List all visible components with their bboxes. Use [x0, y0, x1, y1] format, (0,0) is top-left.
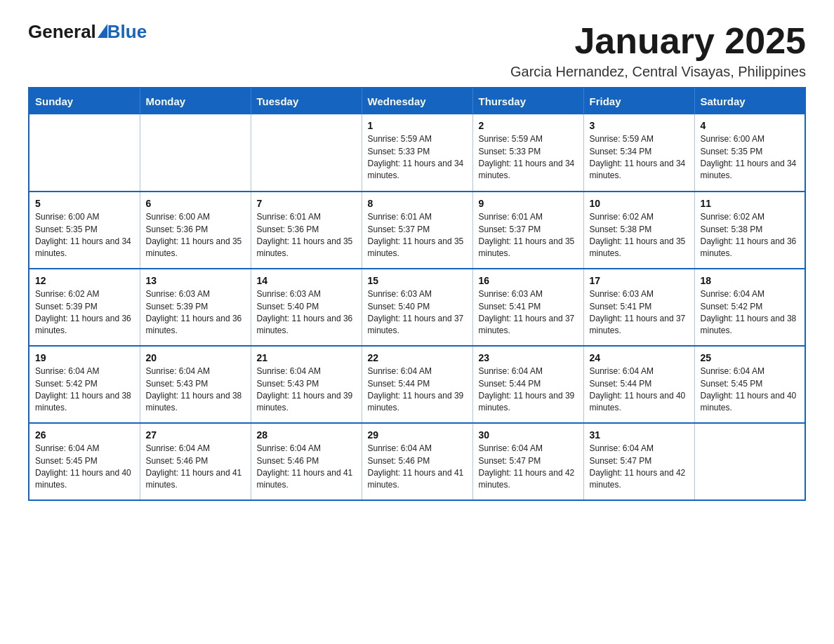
day-cell: 16Sunrise: 6:03 AMSunset: 5:41 PMDayligh…: [472, 269, 583, 346]
day-number: 4: [701, 120, 800, 131]
day-info: Sunrise: 6:03 AMSunset: 5:41 PMDaylight:…: [479, 288, 578, 337]
day-number: 25: [701, 352, 800, 363]
location-subtitle: Garcia Hernandez, Central Visayas, Phili…: [510, 64, 806, 80]
day-number: 3: [590, 120, 689, 131]
day-cell: 20Sunrise: 6:04 AMSunset: 5:43 PMDayligh…: [140, 346, 251, 423]
day-info: Sunrise: 6:04 AMSunset: 5:42 PMDaylight:…: [701, 288, 800, 337]
day-cell: 8Sunrise: 6:01 AMSunset: 5:37 PMDaylight…: [362, 192, 472, 269]
day-info: Sunrise: 5:59 AMSunset: 5:33 PMDaylight:…: [479, 133, 578, 182]
day-info: Sunrise: 6:03 AMSunset: 5:39 PMDaylight:…: [146, 288, 245, 337]
day-number: 23: [479, 352, 578, 363]
day-cell: [251, 114, 362, 192]
day-cell: 4Sunrise: 6:00 AMSunset: 5:35 PMDaylight…: [694, 114, 805, 192]
day-cell: [694, 423, 805, 500]
day-info: Sunrise: 6:04 AMSunset: 5:44 PMDaylight:…: [368, 365, 467, 415]
day-number: 17: [590, 275, 689, 286]
day-number: 14: [257, 275, 356, 286]
column-header-wednesday: Wednesday: [362, 88, 472, 114]
day-number: 5: [35, 198, 134, 209]
day-info: Sunrise: 6:04 AMSunset: 5:45 PMDaylight:…: [35, 443, 134, 492]
day-cell: 12Sunrise: 6:02 AMSunset: 5:39 PMDayligh…: [29, 269, 140, 346]
day-cell: 22Sunrise: 6:04 AMSunset: 5:44 PMDayligh…: [362, 346, 472, 423]
day-cell: 10Sunrise: 6:02 AMSunset: 5:38 PMDayligh…: [583, 192, 694, 269]
logo-general-text: General: [28, 21, 96, 43]
day-cell: 7Sunrise: 6:01 AMSunset: 5:36 PMDaylight…: [251, 192, 362, 269]
day-info: Sunrise: 6:01 AMSunset: 5:37 PMDaylight:…: [479, 211, 578, 260]
day-info: Sunrise: 6:02 AMSunset: 5:38 PMDaylight:…: [590, 211, 689, 260]
calendar-body: 1Sunrise: 5:59 AMSunset: 5:33 PMDaylight…: [29, 114, 805, 500]
day-cell: [140, 114, 251, 192]
day-cell: 27Sunrise: 6:04 AMSunset: 5:46 PMDayligh…: [140, 423, 251, 500]
day-cell: 13Sunrise: 6:03 AMSunset: 5:39 PMDayligh…: [140, 269, 251, 346]
day-number: 10: [590, 198, 689, 209]
day-number: 9: [479, 198, 578, 209]
day-cell: [29, 114, 140, 192]
day-cell: 19Sunrise: 6:04 AMSunset: 5:42 PMDayligh…: [29, 346, 140, 423]
day-number: 22: [368, 352, 467, 363]
day-number: 27: [146, 429, 245, 441]
day-cell: 18Sunrise: 6:04 AMSunset: 5:42 PMDayligh…: [694, 269, 805, 346]
logo: General Blue: [28, 21, 147, 43]
day-number: 18: [701, 275, 800, 286]
logo-blue-text: Blue: [107, 21, 147, 43]
day-info: Sunrise: 6:04 AMSunset: 5:44 PMDaylight:…: [479, 365, 578, 415]
week-row-3: 12Sunrise: 6:02 AMSunset: 5:39 PMDayligh…: [29, 269, 805, 346]
day-info: Sunrise: 6:04 AMSunset: 5:42 PMDaylight:…: [35, 365, 134, 415]
day-number: 7: [257, 198, 356, 209]
day-cell: 15Sunrise: 6:03 AMSunset: 5:40 PMDayligh…: [362, 269, 472, 346]
logo-text: General Blue: [28, 21, 147, 43]
column-header-saturday: Saturday: [694, 88, 805, 114]
column-header-tuesday: Tuesday: [251, 88, 362, 114]
day-cell: 29Sunrise: 6:04 AMSunset: 5:46 PMDayligh…: [362, 423, 472, 500]
day-cell: 28Sunrise: 6:04 AMSunset: 5:46 PMDayligh…: [251, 423, 362, 500]
day-number: 20: [146, 352, 245, 363]
day-number: 6: [146, 198, 245, 209]
column-header-thursday: Thursday: [472, 88, 583, 114]
day-cell: 25Sunrise: 6:04 AMSunset: 5:45 PMDayligh…: [694, 346, 805, 423]
header: General Blue January 2025 Garcia Hernand…: [28, 21, 806, 80]
day-number: 19: [35, 352, 134, 363]
day-info: Sunrise: 6:02 AMSunset: 5:39 PMDaylight:…: [35, 288, 134, 337]
column-header-monday: Monday: [140, 88, 251, 114]
day-info: Sunrise: 5:59 AMSunset: 5:34 PMDaylight:…: [590, 133, 689, 182]
day-info: Sunrise: 6:00 AMSunset: 5:35 PMDaylight:…: [701, 133, 800, 182]
day-number: 31: [590, 429, 689, 441]
day-cell: 14Sunrise: 6:03 AMSunset: 5:40 PMDayligh…: [251, 269, 362, 346]
week-row-5: 26Sunrise: 6:04 AMSunset: 5:45 PMDayligh…: [29, 423, 805, 500]
day-cell: 17Sunrise: 6:03 AMSunset: 5:41 PMDayligh…: [583, 269, 694, 346]
calendar-table: SundayMondayTuesdayWednesdayThursdayFrid…: [28, 87, 806, 501]
day-info: Sunrise: 6:02 AMSunset: 5:38 PMDaylight:…: [701, 211, 800, 260]
day-cell: 24Sunrise: 6:04 AMSunset: 5:44 PMDayligh…: [583, 346, 694, 423]
column-header-sunday: Sunday: [29, 88, 140, 114]
day-info: Sunrise: 6:03 AMSunset: 5:41 PMDaylight:…: [590, 288, 689, 337]
day-number: 16: [479, 275, 578, 286]
header-row: SundayMondayTuesdayWednesdayThursdayFrid…: [29, 88, 805, 114]
day-info: Sunrise: 6:00 AMSunset: 5:35 PMDaylight:…: [35, 211, 134, 260]
day-cell: 31Sunrise: 6:04 AMSunset: 5:47 PMDayligh…: [583, 423, 694, 500]
day-cell: 5Sunrise: 6:00 AMSunset: 5:35 PMDaylight…: [29, 192, 140, 269]
day-number: 11: [701, 198, 800, 209]
week-row-4: 19Sunrise: 6:04 AMSunset: 5:42 PMDayligh…: [29, 346, 805, 423]
day-number: 8: [368, 198, 467, 209]
day-info: Sunrise: 6:03 AMSunset: 5:40 PMDaylight:…: [368, 288, 467, 337]
day-info: Sunrise: 6:01 AMSunset: 5:36 PMDaylight:…: [257, 211, 356, 260]
month-year-title: January 2025: [510, 21, 806, 61]
title-area: January 2025 Garcia Hernandez, Central V…: [510, 21, 806, 80]
day-cell: 9Sunrise: 6:01 AMSunset: 5:37 PMDaylight…: [472, 192, 583, 269]
day-cell: 2Sunrise: 5:59 AMSunset: 5:33 PMDaylight…: [472, 114, 583, 192]
day-info: Sunrise: 6:03 AMSunset: 5:40 PMDaylight:…: [257, 288, 356, 337]
day-info: Sunrise: 5:59 AMSunset: 5:33 PMDaylight:…: [368, 133, 467, 182]
calendar-header: SundayMondayTuesdayWednesdayThursdayFrid…: [29, 88, 805, 114]
day-info: Sunrise: 6:04 AMSunset: 5:46 PMDaylight:…: [257, 443, 356, 492]
day-info: Sunrise: 6:04 AMSunset: 5:43 PMDaylight:…: [146, 365, 245, 415]
day-info: Sunrise: 6:01 AMSunset: 5:37 PMDaylight:…: [368, 211, 467, 260]
day-cell: 26Sunrise: 6:04 AMSunset: 5:45 PMDayligh…: [29, 423, 140, 500]
day-number: 26: [35, 429, 134, 441]
day-info: Sunrise: 6:04 AMSunset: 5:46 PMDaylight:…: [368, 443, 467, 492]
day-number: 21: [257, 352, 356, 363]
day-number: 29: [368, 429, 467, 441]
column-header-friday: Friday: [583, 88, 694, 114]
day-cell: 21Sunrise: 6:04 AMSunset: 5:43 PMDayligh…: [251, 346, 362, 423]
day-cell: 11Sunrise: 6:02 AMSunset: 5:38 PMDayligh…: [694, 192, 805, 269]
day-number: 15: [368, 275, 467, 286]
